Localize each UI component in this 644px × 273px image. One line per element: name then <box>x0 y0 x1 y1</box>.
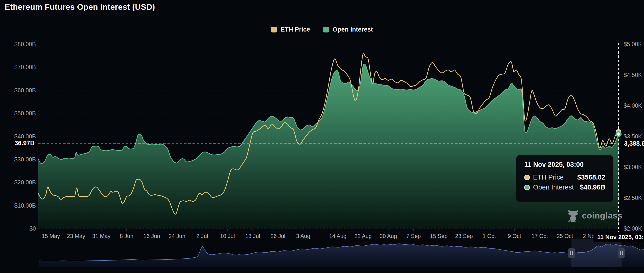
x-axis-tick: 25 Oct <box>557 233 573 239</box>
watermark-text: coinglass <box>582 211 622 221</box>
tooltip-label: Open Interest <box>533 183 574 191</box>
open-interest-marker-icon <box>616 132 621 136</box>
right-axis-tick: $5.00K <box>624 41 642 47</box>
x-axis-tick: 22 Aug <box>354 233 372 239</box>
x-axis-tick: 30 Aug <box>380 233 397 239</box>
x-axis-tick: 17 Oct <box>532 233 548 239</box>
right-axis-tick: $2.50K <box>624 195 642 201</box>
coinglass-bull-icon <box>567 209 579 222</box>
left-axis-tick: $60.00B <box>14 87 36 94</box>
x-axis-tick: 3 Aug <box>296 233 310 239</box>
navigator[interactable] <box>39 239 644 267</box>
x-axis-tick: 31 May <box>92 233 110 239</box>
navigator-area <box>39 244 644 267</box>
x-axis-tick: 14 Aug <box>329 233 346 239</box>
x-axis-tick: 26 Jul <box>270 233 286 239</box>
tooltip-date: 11 Nov 2025, 03:00 <box>524 161 605 168</box>
right-axis-tick: $2.00K <box>624 225 642 232</box>
left-axis-tick: $70.00B <box>14 64 36 70</box>
x-axis-tick: 10 Jul <box>220 233 235 239</box>
tooltip-label: ETH Price <box>533 173 564 181</box>
left-axis-tick: $10.00B <box>14 202 36 209</box>
tooltip-row-eth-price: ETH Price $3568.02 <box>524 173 605 181</box>
tooltip: 11 Nov 2025, 03:00 ETH Price $3568.02 Op… <box>516 155 614 202</box>
x-axis-tick: 7 Sep <box>406 233 421 239</box>
right-axis-tick: $3.00K <box>624 164 642 170</box>
tooltip-value: $3568.02 <box>577 173 605 181</box>
tooltip-value: $40.96B <box>580 183 605 191</box>
x-axis-tick: 2 Jul <box>196 233 208 239</box>
x-axis-tick: 16 Jun <box>144 233 160 239</box>
navigator-handle-left[interactable] <box>568 248 575 258</box>
x-axis-tick: 24 Jun <box>169 233 185 239</box>
x-axis-tick: 15 Sep <box>430 233 448 239</box>
navigator-selection[interactable] <box>572 239 622 267</box>
tooltip-row-open-interest: Open Interest $40.96B <box>524 183 605 191</box>
right-axis-tick: $4.50K <box>624 72 642 78</box>
eth-price-dot-icon <box>524 175 530 180</box>
x-axis-tick: 9 Oct <box>508 233 521 239</box>
open-interest-dot-icon <box>524 185 530 190</box>
x-axis-tick: 15 May <box>42 233 60 239</box>
coinglass-chart-page: Ethereum Futures Open Interest (USD) ETH… <box>0 0 644 273</box>
left-axis-tick: $20.00B <box>14 179 36 186</box>
x-axis-tick: 23 May <box>67 233 85 239</box>
crosshair-date-label: 11 Nov 2025, 03:00 <box>594 232 644 242</box>
x-axis-tick: 1 Oct <box>482 233 496 239</box>
x-axis-tick: 18 Jul <box>245 233 260 239</box>
x-axis-tick: 23 Sep <box>455 233 473 239</box>
navigator-handle-right[interactable] <box>618 248 625 258</box>
right-axis-tick: $4.00K <box>624 102 642 109</box>
crosshair-left-value: 36.97B <box>12 138 37 148</box>
left-axis-tick: $0 <box>30 225 36 232</box>
crosshair-right-value: 3,388.65 <box>622 138 644 149</box>
left-axis-tick: $50.00B <box>14 110 36 116</box>
coinglass-watermark: coinglass <box>567 209 622 222</box>
main-chart[interactable]: $80.00B$70.00B$60.00B$50.00B$40.00B$30.0… <box>0 0 644 273</box>
x-axis-tick: 8 Jun <box>120 233 134 239</box>
left-axis-tick: $80.00B <box>14 41 36 47</box>
left-axis-tick: $30.00B <box>14 156 36 163</box>
